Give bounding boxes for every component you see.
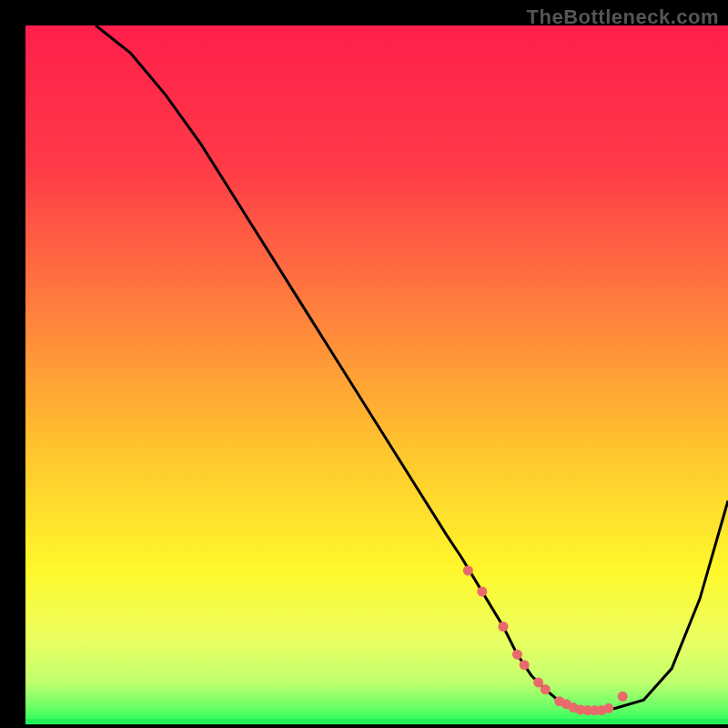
marker-dot <box>618 692 628 702</box>
marker-dot <box>463 566 473 576</box>
marker-dot <box>477 587 487 597</box>
green-bottom-edge <box>25 719 728 724</box>
marker-dot <box>499 622 509 632</box>
marker-dot <box>520 660 530 670</box>
marker-dot <box>541 684 551 694</box>
marker-dot <box>512 650 522 660</box>
chart-frame: TheBottleneck.com <box>0 0 728 728</box>
watermark-text: TheBottleneck.com <box>527 5 719 29</box>
plot-background <box>25 25 728 724</box>
chart-svg <box>0 0 728 728</box>
marker-dot <box>603 703 613 713</box>
